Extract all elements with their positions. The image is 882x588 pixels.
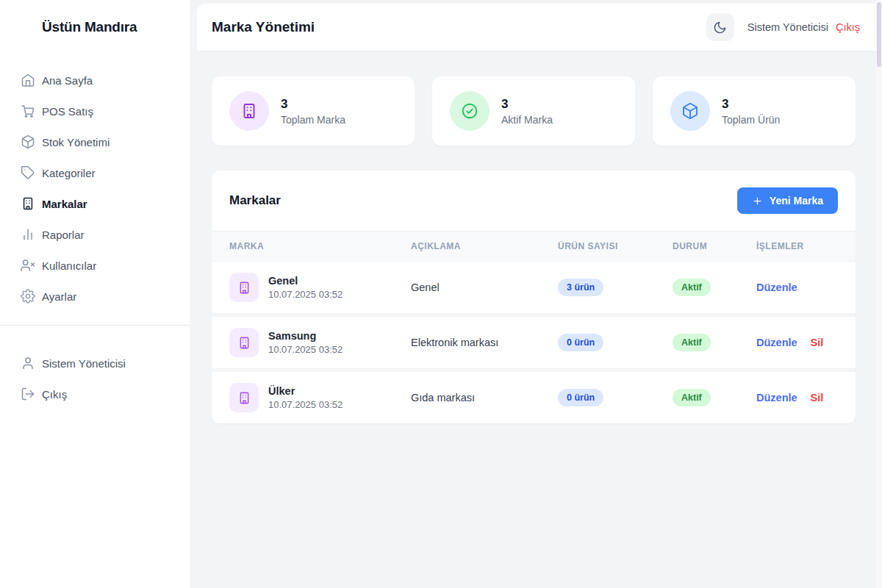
sidebar-item-label: Çıkış	[42, 388, 67, 401]
column-header-urun-sayisi: ÜRÜN SAYISI	[558, 241, 673, 251]
brand-description: Gıda markası	[411, 392, 558, 404]
delete-link[interactable]: Sil	[811, 392, 824, 404]
brand-cell: Samsung 10.07.2025 03:52	[229, 328, 411, 357]
brand-name: Ülker	[268, 385, 343, 397]
sidebar-item-sistem-yoneticisi[interactable]: Sistem Yöneticisi	[0, 348, 190, 379]
stat-value: 3	[501, 97, 553, 112]
stat-card-toplam-urun: 3 Toplam Ürün	[653, 76, 856, 146]
stat-label: Toplam Marka	[281, 114, 345, 126]
building-icon	[229, 383, 259, 412]
sidebar-item-pos-satis[interactable]: POS Satış	[0, 96, 190, 126]
column-header-marka: MARKA	[229, 241, 411, 251]
sidebar-item-stok-yonetimi[interactable]: Stok Yönetimi	[0, 126, 190, 157]
column-header-durum: DURUM	[673, 241, 756, 251]
column-header-aciklama: AÇIKLAMA	[411, 241, 558, 251]
sidebar-item-label: Kullanıcılar	[42, 259, 96, 272]
product-count-badge: 0 ürün	[558, 334, 603, 351]
content: 3 Toplam Marka 3 Aktif Marka 3	[197, 51, 882, 423]
home-icon	[21, 73, 35, 87]
stat-card-toplam-marka: 3 Toplam Marka	[212, 76, 415, 146]
tag-icon	[21, 165, 35, 180]
moon-icon	[713, 21, 727, 35]
logout-icon	[21, 387, 35, 401]
edit-link[interactable]: Düzenle	[756, 392, 797, 404]
brands-title: Markalar	[229, 193, 281, 208]
table-row: Genel 10.07.2025 03:52 Genel 3 ürün Akti…	[212, 262, 856, 317]
sidebar-item-label: Stok Yönetimi	[42, 136, 110, 148]
stat-card-aktif-marka: 3 Aktif Marka	[432, 76, 635, 146]
check-circle-icon	[450, 91, 490, 131]
stat-label: Toplam Ürün	[722, 114, 780, 126]
sidebar-item-ana-sayfa[interactable]: Ana Sayfa	[0, 65, 190, 96]
new-brand-button-label: Yeni Marka	[770, 195, 823, 207]
brand-name: Samsung	[268, 330, 343, 342]
stats-row: 3 Toplam Marka 3 Aktif Marka 3	[212, 76, 856, 146]
delete-link[interactable]: Sil	[811, 337, 824, 348]
building-icon	[229, 91, 269, 131]
sidebar-item-label: Raporlar	[42, 229, 85, 241]
product-count-badge: 0 ürün	[558, 389, 603, 406]
table-row: Samsung 10.07.2025 03:52 Elektronik mark…	[212, 317, 856, 372]
status-badge: Aktif	[673, 389, 711, 406]
brands-card: Markalar Yeni Marka MARKA AÇIKLAMA ÜRÜN …	[212, 171, 856, 423]
page-title: Marka Yönetimi	[212, 19, 706, 35]
header-username: Sistem Yöneticisi	[747, 21, 828, 33]
sidebar-item-raporlar[interactable]: Raporlar	[0, 219, 190, 250]
status-badge: Aktif	[673, 279, 711, 296]
gear-icon	[21, 289, 35, 304]
cube-icon	[670, 91, 710, 131]
sidebar-divider	[0, 325, 190, 326]
brand-description: Elektronik markası	[411, 337, 558, 348]
bar-chart-icon	[21, 227, 35, 242]
vertical-scrollbar[interactable]	[876, 0, 882, 588]
page-header: Marka Yönetimi Sistem Yöneticisi Çıkış	[197, 4, 882, 51]
stat-label: Aktif Marka	[501, 114, 553, 126]
sidebar-item-kategoriler[interactable]: Kategoriler	[0, 157, 190, 188]
users-icon	[21, 258, 35, 273]
sidebar-nav: Ana Sayfa POS Satış Stok Yönetimi Katego…	[0, 65, 190, 312]
scrollbar-thumb[interactable]	[877, 2, 881, 67]
app-logo: Üstün Mandıra	[42, 19, 190, 35]
table-header-row: MARKA AÇIKLAMA ÜRÜN SAYISI DURUM İŞLEMLE…	[212, 231, 856, 262]
building-icon	[229, 328, 259, 357]
cart-icon	[21, 104, 35, 118]
sidebar-item-label: Sistem Yöneticisi	[42, 357, 126, 370]
sidebar-item-kullanicilar[interactable]: Kullanıcılar	[0, 250, 190, 281]
user-icon	[21, 356, 35, 370]
sidebar-footer: Sistem Yöneticisi Çıkış	[0, 348, 190, 409]
brand-date: 10.07.2025 03:52	[268, 344, 343, 355]
header-logout-link[interactable]: Çıkış	[836, 21, 860, 33]
edit-link[interactable]: Düzenle	[756, 337, 797, 348]
sidebar-item-label: Kategoriler	[42, 167, 96, 179]
brands-card-header: Markalar Yeni Marka	[212, 171, 856, 231]
theme-toggle-button[interactable]	[706, 13, 734, 41]
table-row: Ülker 10.07.2025 03:52 Gıda markası 0 ür…	[212, 372, 856, 423]
sidebar-item-markalar[interactable]: Markalar	[0, 188, 190, 219]
sidebar-item-cikis[interactable]: Çıkış	[0, 379, 190, 409]
building-icon	[21, 196, 35, 211]
brand-date: 10.07.2025 03:52	[268, 289, 343, 300]
status-badge: Aktif	[673, 334, 711, 351]
stat-value: 3	[722, 97, 780, 112]
sidebar: Üstün Mandıra Ana Sayfa POS Satış Stok Y…	[0, 0, 190, 588]
brand-name: Genel	[268, 275, 343, 287]
product-count-badge: 3 ürün	[558, 279, 603, 296]
sidebar-item-ayarlar[interactable]: Ayarlar	[0, 281, 190, 312]
sidebar-item-label: Markalar	[42, 198, 87, 210]
row-actions: Düzenle Sil	[756, 337, 838, 348]
cube-icon	[21, 135, 35, 149]
building-icon	[229, 273, 259, 302]
plus-icon	[752, 196, 763, 207]
edit-link[interactable]: Düzenle	[756, 282, 797, 293]
brand-cell: Ülker 10.07.2025 03:52	[229, 383, 411, 412]
brand-description: Genel	[411, 282, 558, 293]
sidebar-item-label: Ayarlar	[42, 290, 76, 303]
new-brand-button[interactable]: Yeni Marka	[737, 187, 838, 214]
brand-cell: Genel 10.07.2025 03:52	[229, 273, 411, 302]
row-actions: Düzenle Sil	[756, 392, 838, 404]
column-header-islemler: İŞLEMLER	[756, 241, 838, 251]
sidebar-item-label: POS Satış	[42, 105, 93, 118]
main-area: Marka Yönetimi Sistem Yöneticisi Çıkış 3…	[197, 0, 882, 588]
row-actions: Düzenle	[756, 282, 838, 293]
sidebar-item-label: Ana Sayfa	[42, 74, 93, 87]
